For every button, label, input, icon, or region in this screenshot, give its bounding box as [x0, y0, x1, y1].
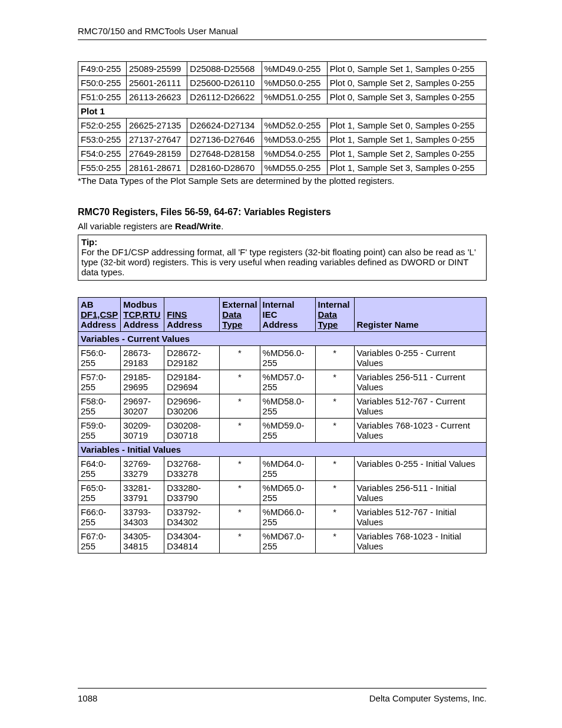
col-header-iec: Internal IEC Address: [260, 298, 315, 332]
subheader-label: Variables - Initial Values: [78, 443, 487, 457]
table-cell: D26624-D27134: [187, 118, 262, 133]
subheader-label: Variables - Current Values: [78, 332, 487, 346]
table-cell: %MD55.0-255: [262, 161, 327, 175]
col-header-external: External Data Type: [220, 298, 260, 332]
table-cell: D25600-D26110: [187, 76, 262, 90]
col-header-modbus: Modbus TCP,RTU Address: [121, 298, 164, 332]
table-cell: Variables 256-511 - Current Values: [354, 370, 486, 394]
hdr-text: Address: [263, 319, 298, 330]
table-cell: Plot 0, Sample Set 1, Samples 0-255: [327, 62, 486, 76]
table-cell: F57:0-255: [78, 370, 121, 394]
table-row: F59:0-25530209-30719D30208-D30718*%MD59.…: [78, 419, 487, 443]
table-subheader: Variables - Initial Values: [78, 443, 487, 457]
para-text: .: [221, 221, 223, 231]
hdr-text: Address: [167, 319, 202, 330]
table-cell: F55:0-255: [78, 161, 127, 175]
tip-label: Tip:: [81, 237, 97, 247]
table-cell: Plot 0, Sample Set 3, Samples 0-255: [327, 90, 486, 104]
table-row: F57:0-25529185-29695D29184-D29694*%MD57.…: [78, 370, 487, 394]
table-cell: 33793-34303: [121, 505, 164, 529]
table-cell: 25089-25599: [127, 62, 187, 76]
section-label: Plot 1: [78, 104, 487, 118]
table-cell: 30209-30719: [121, 419, 164, 443]
table-cell: *: [220, 529, 260, 554]
table-row: F65:0-25533281-33791D33280-D33790*%MD65.…: [78, 481, 487, 505]
table-cell: F52:0-255: [78, 118, 127, 133]
table-cell: Plot 0, Sample Set 2, Samples 0-255: [327, 76, 486, 90]
col-header-name: Register Name: [354, 298, 486, 332]
table-cell: *: [315, 419, 354, 443]
table-row: F56:0-25528673-29183D28672-D29182*%MD56.…: [78, 346, 487, 370]
table-row: F66:0-25533793-34303D33792-D34302*%MD66.…: [78, 505, 487, 529]
table-cell: D32768-D33278: [164, 457, 220, 481]
table-cell: D25088-D25568: [187, 62, 262, 76]
tip-box: Tip: For the DF1/CSP addressing format, …: [78, 235, 487, 281]
paragraph: All variable registers are Read/Write.: [78, 221, 487, 231]
hdr-link[interactable]: Data: [318, 309, 338, 319]
table-cell: %MD51.0-255: [262, 90, 327, 104]
table-cell: %MD64.0-255: [260, 457, 315, 481]
table-row: F64:0-25532769-33279D32768-D33278*%MD64.…: [78, 457, 487, 481]
table-cell: Variables 0-255 - Current Values: [354, 346, 486, 370]
table-cell: *: [220, 394, 260, 419]
table-row: F51:0-25526113-26623D26112-D26622%MD51.0…: [78, 90, 487, 104]
table-cell: D27136-D27646: [187, 133, 262, 147]
hdr-link[interactable]: Type: [318, 319, 338, 330]
hdr-text: Address: [81, 319, 116, 330]
table-cell: Plot 1, Sample Set 3, Samples 0-255: [327, 161, 486, 175]
table-cell: %MD57.0-255: [260, 370, 315, 394]
table-cell: F51:0-255: [78, 90, 127, 104]
table-cell: *: [220, 505, 260, 529]
table-cell: 25601-26111: [127, 76, 187, 90]
table-cell: %MD58.0-255: [260, 394, 315, 419]
hdr-link[interactable]: Type: [222, 319, 242, 330]
variables-table: AB DF1,CSP Address Modbus TCP,RTU Addres…: [78, 297, 487, 554]
table-cell: *: [315, 346, 354, 370]
table-cell: *: [315, 481, 354, 505]
table-cell: Plot 1, Sample Set 0, Samples 0-255: [327, 118, 486, 133]
table-cell: F54:0-255: [78, 147, 127, 161]
table-section-row: Plot 1: [78, 104, 487, 118]
table-cell: Variables 0-255 - Initial Values: [354, 457, 486, 481]
para-text: All variable registers are: [78, 221, 175, 231]
table-cell: 27649-28159: [127, 147, 187, 161]
table-cell: D26112-D26622: [187, 90, 262, 104]
table-cell: F65:0-255: [78, 481, 121, 505]
table-cell: 28161-28671: [127, 161, 187, 175]
table-row: F54:0-25527649-28159D27648-D28158%MD54.0…: [78, 147, 487, 161]
hdr-text: Internal: [318, 299, 350, 309]
hdr-link[interactable]: FINS: [167, 309, 187, 319]
table-cell: Plot 1, Sample Set 2, Samples 0-255: [327, 147, 486, 161]
table-cell: 32769-33279: [121, 457, 164, 481]
para-bold: Read/Write: [175, 221, 221, 231]
table-cell: *: [220, 481, 260, 505]
hdr-text: External: [222, 299, 257, 309]
table-row: F58:0-25529697-30207D29696-D30206*%MD58.…: [78, 394, 487, 419]
table-cell: %MD59.0-255: [260, 419, 315, 443]
table-cell: %MD53.0-255: [262, 133, 327, 147]
table-cell: Variables 768-1023 - Current Values: [354, 419, 486, 443]
table-cell: *: [315, 457, 354, 481]
table-cell: *: [315, 505, 354, 529]
hdr-link[interactable]: Data: [222, 309, 242, 319]
table-cell: 34305-34815: [121, 529, 164, 554]
table-cell: %MD56.0-255: [260, 346, 315, 370]
table-cell: D33280-D33790: [164, 481, 220, 505]
table-cell: Plot 1, Sample Set 1, Samples 0-255: [327, 133, 486, 147]
table-cell: F66:0-255: [78, 505, 121, 529]
table-row: F53:0-25527137-27647D27136-D27646%MD53.0…: [78, 133, 487, 147]
table-row: F49:0-25525089-25599D25088-D25568%MD49.0…: [78, 62, 487, 76]
hdr-link[interactable]: DF1,CSP: [81, 309, 118, 319]
table-cell: D29696-D30206: [164, 394, 220, 419]
table-cell: %MD50.0-255: [262, 76, 327, 90]
table-cell: D34304-D34814: [164, 529, 220, 554]
table-cell: 29185-29695: [121, 370, 164, 394]
col-header-fins: FINS Address: [164, 298, 220, 332]
hdr-text: Internal: [263, 299, 295, 309]
col-header-internal: Internal Data Type: [315, 298, 354, 332]
hdr-link[interactable]: TCP,RTU: [123, 309, 160, 319]
table-cell: Variables 768-1023 - Initial Values: [354, 529, 486, 554]
table-cell: *: [315, 394, 354, 419]
plot-table: F49:0-25525089-25599D25088-D25568%MD49.0…: [78, 61, 487, 175]
table-cell: 26625-27135: [127, 118, 187, 133]
